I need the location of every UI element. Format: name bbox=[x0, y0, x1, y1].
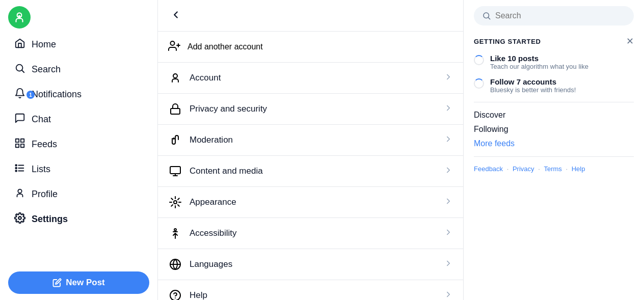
feedback-link[interactable]: Feedback bbox=[474, 165, 503, 173]
divider bbox=[474, 102, 634, 102]
svg-point-1 bbox=[19, 16, 20, 17]
svg-point-15 bbox=[18, 216, 21, 220]
task-title: Follow 7 accounts bbox=[490, 77, 576, 86]
search-icon bbox=[482, 11, 491, 20]
chevron-right-icon bbox=[444, 197, 453, 208]
svg-rect-5 bbox=[21, 139, 24, 142]
settings-header bbox=[158, 0, 463, 32]
lists-icon bbox=[14, 162, 25, 176]
settings-item-account[interactable]: Account bbox=[158, 63, 463, 94]
chevron-right-icon bbox=[444, 290, 453, 300]
add-account-icon bbox=[168, 40, 180, 54]
svg-line-34 bbox=[488, 17, 490, 19]
task-spinner bbox=[474, 55, 484, 65]
sidebar-item-label: Chat bbox=[32, 114, 51, 125]
settings-item-label: Content and media bbox=[190, 166, 437, 176]
svg-point-11 bbox=[15, 165, 17, 166]
chevron-left-icon bbox=[170, 9, 181, 20]
task-desc: Bluesky is better with friends! bbox=[490, 86, 576, 94]
settings-item-help[interactable]: Help bbox=[158, 280, 463, 300]
settings-item-label: Account bbox=[190, 73, 437, 83]
moderation-icon bbox=[168, 133, 182, 147]
svg-rect-4 bbox=[16, 139, 19, 142]
task-spinner bbox=[474, 78, 484, 89]
settings-item-accessibility[interactable]: Accessibility bbox=[158, 218, 463, 249]
right-panel: GETTING STARTED ✕ Like 10 posts Teach ou… bbox=[464, 0, 644, 300]
home-icon bbox=[14, 38, 25, 51]
close-getting-started-button[interactable]: ✕ bbox=[626, 36, 634, 47]
sidebar-item-label: Notifications bbox=[32, 89, 82, 100]
svg-point-16 bbox=[171, 41, 175, 45]
task-text: Follow 7 accounts Bluesky is better with… bbox=[490, 77, 576, 94]
sidebar-item-feeds[interactable]: Feeds bbox=[8, 132, 149, 156]
feed-link-more[interactable]: More feeds bbox=[474, 139, 634, 148]
languages-icon bbox=[168, 257, 182, 271]
chevron-right-icon bbox=[444, 166, 453, 177]
svg-point-21 bbox=[173, 138, 174, 139]
settings-item-label: Help bbox=[190, 290, 437, 300]
settings-panel: Add another account Account Privacy and … bbox=[158, 0, 464, 300]
svg-rect-20 bbox=[171, 108, 180, 114]
settings-item-label: Accessibility bbox=[190, 228, 437, 238]
edit-icon bbox=[52, 278, 62, 287]
sidebar-item-label: Search bbox=[32, 64, 61, 75]
sidebar-item-settings[interactable]: Settings bbox=[8, 207, 149, 231]
account-icon bbox=[168, 71, 182, 85]
sidebar-item-notifications[interactable]: 1 Notifications bbox=[8, 83, 149, 106]
feed-link-discover[interactable]: Discover bbox=[474, 111, 634, 120]
settings-item-label: Appearance bbox=[190, 197, 437, 207]
help-link[interactable]: Help bbox=[572, 165, 585, 173]
task-text: Like 10 posts Teach our algorithm what y… bbox=[490, 54, 588, 70]
task-item-follow: Follow 7 accounts Bluesky is better with… bbox=[474, 77, 634, 94]
bell-icon: 1 bbox=[14, 88, 25, 101]
terms-link[interactable]: Terms bbox=[544, 165, 561, 173]
sidebar-nav: Home Search 1 Notifications bbox=[8, 33, 149, 265]
notification-badge: 1 bbox=[26, 91, 35, 99]
search-icon bbox=[14, 63, 25, 76]
task-title: Like 10 posts bbox=[490, 54, 588, 63]
chevron-right-icon bbox=[444, 259, 453, 270]
footer-links: Feedback · Privacy · Terms · Help bbox=[474, 165, 634, 173]
svg-line-3 bbox=[22, 70, 24, 72]
settings-item-privacy[interactable]: Privacy and security bbox=[158, 94, 463, 125]
svg-point-29 bbox=[170, 290, 180, 300]
svg-point-19 bbox=[173, 74, 177, 78]
chevron-right-icon bbox=[444, 72, 453, 84]
sidebar-item-label: Feeds bbox=[32, 139, 57, 150]
svg-point-12 bbox=[15, 168, 17, 169]
sidebar-item-lists[interactable]: Lists bbox=[8, 157, 149, 181]
search-box[interactable] bbox=[474, 6, 634, 25]
settings-item-languages[interactable]: Languages bbox=[158, 249, 463, 280]
sidebar-item-search[interactable]: Search bbox=[8, 58, 149, 81]
sidebar-item-profile[interactable]: Profile bbox=[8, 182, 149, 206]
svg-rect-7 bbox=[16, 144, 19, 147]
feed-link-following[interactable]: Following bbox=[474, 125, 634, 134]
sidebar-item-home[interactable]: Home bbox=[8, 33, 149, 57]
avatar[interactable] bbox=[8, 6, 31, 29]
settings-item-appearance[interactable]: Appearance bbox=[158, 187, 463, 218]
svg-rect-6 bbox=[21, 144, 24, 147]
add-account-item[interactable]: Add another account bbox=[158, 32, 463, 63]
feeds-icon bbox=[14, 138, 25, 151]
chat-icon bbox=[14, 113, 25, 126]
settings-item-moderation[interactable]: Moderation bbox=[158, 125, 463, 156]
svg-point-33 bbox=[484, 13, 489, 18]
back-button[interactable] bbox=[168, 7, 183, 24]
getting-started-header: GETTING STARTED ✕ bbox=[474, 36, 634, 47]
content-icon bbox=[168, 164, 182, 178]
svg-point-13 bbox=[15, 170, 17, 172]
chevron-right-icon bbox=[444, 228, 453, 239]
search-input[interactable] bbox=[495, 11, 626, 20]
divider bbox=[474, 156, 634, 157]
task-desc: Teach our algorithm what you like bbox=[490, 63, 588, 70]
sidebar-item-chat[interactable]: Chat bbox=[8, 107, 149, 131]
privacy-link[interactable]: Privacy bbox=[513, 165, 534, 173]
sidebar-item-label: Home bbox=[32, 39, 56, 50]
settings-item-label: Moderation bbox=[190, 135, 437, 145]
settings-icon bbox=[14, 212, 25, 226]
add-account-label: Add another account bbox=[187, 42, 263, 51]
lock-icon bbox=[168, 102, 182, 116]
help-icon bbox=[168, 288, 182, 300]
settings-item-content[interactable]: Content and media bbox=[158, 156, 463, 187]
new-post-button[interactable]: New Post bbox=[8, 271, 149, 294]
